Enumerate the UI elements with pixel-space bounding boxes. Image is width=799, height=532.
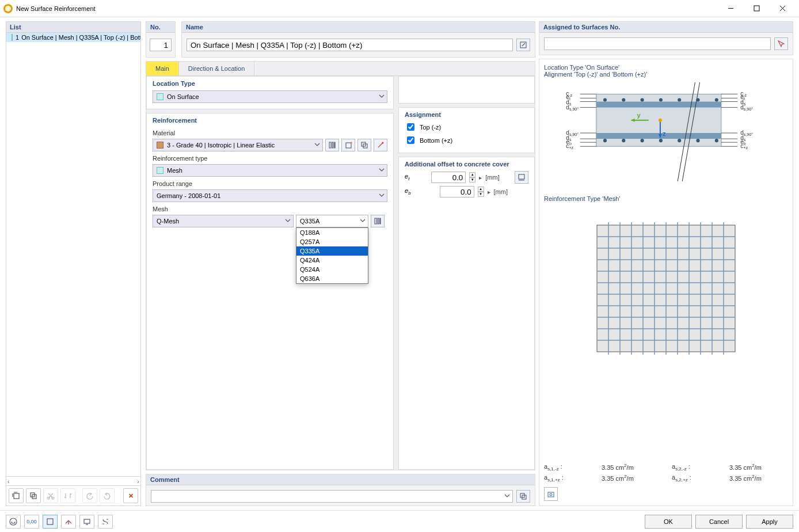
preview1-line1: Location Type 'On Surface' xyxy=(544,64,788,71)
svg-point-27 xyxy=(659,139,663,142)
mesh-option[interactable]: Q257A xyxy=(296,237,368,246)
assigned-panel: Assigned to Surfaces No. xyxy=(539,21,793,55)
mesh-option[interactable]: Q524A xyxy=(296,265,368,274)
footer-units-icon[interactable]: 0,00 xyxy=(24,515,39,529)
svg-text:ds,90°: ds,90° xyxy=(566,104,579,111)
svg-point-23 xyxy=(715,98,718,101)
location-type-dropdown[interactable]: On Surface xyxy=(153,90,387,103)
comment-header: Comment xyxy=(146,474,535,485)
edit-name-icon[interactable] xyxy=(516,39,530,51)
svg-point-89 xyxy=(550,493,552,496)
reinforcement-type-dropdown[interactable]: Mesh xyxy=(153,164,387,177)
library-icon[interactable] xyxy=(325,139,339,151)
svg-rect-11 xyxy=(519,174,524,179)
maximize-button[interactable] xyxy=(744,0,770,17)
material-value: 3 - Grade 40 | Isotropic | Linear Elasti… xyxy=(167,142,275,149)
mesh-label: Mesh xyxy=(147,202,393,214)
mesh-type-icon xyxy=(157,167,163,174)
minimize-button[interactable] xyxy=(718,0,744,17)
titlebar: New Surface Reinforcement xyxy=(0,0,799,17)
footer-extents-icon[interactable] xyxy=(43,515,58,529)
offset-title: Additional offset to concrete cover xyxy=(399,157,534,170)
svg-text:y: y xyxy=(637,112,641,119)
reinforcement-type-label: Reinforcement type xyxy=(147,151,393,163)
top-label: Top (-z) xyxy=(420,124,441,131)
tab-direction[interactable]: Direction & Location xyxy=(179,62,254,75)
eb-input[interactable] xyxy=(440,186,474,197)
footer-display-icon[interactable] xyxy=(79,515,94,529)
list-scrollbar[interactable]: ‹› xyxy=(6,476,140,485)
material-label: Material xyxy=(147,126,393,138)
mesh-shape-value: Q-Mesh xyxy=(157,218,179,225)
edit-material-icon[interactable] xyxy=(374,139,387,151)
comment-dropdown[interactable] xyxy=(151,490,513,503)
duplicate-button[interactable] xyxy=(26,488,41,503)
list-item[interactable]: 1 On Surface | Mesh | Q335A | Top (-z) |… xyxy=(6,33,140,42)
assigned-input[interactable] xyxy=(544,37,771,50)
svg-rect-1 xyxy=(14,493,19,499)
top-checkbox[interactable] xyxy=(407,123,414,131)
delete-button[interactable]: ✕ xyxy=(123,488,138,503)
list-item-text: On Surface | Mesh | Q335A | Top (-z) | B… xyxy=(21,34,140,41)
footer-view-icon[interactable] xyxy=(61,515,76,529)
mesh-grade-dropdown[interactable]: Q335A xyxy=(296,215,368,227)
eb-unit: [mm] xyxy=(494,188,508,195)
sort-button xyxy=(60,488,75,503)
list-body[interactable]: 1 On Surface | Mesh | Q335A | Top (-z) |… xyxy=(6,33,140,476)
eb-spinner[interactable]: ▲▼ xyxy=(478,187,484,197)
eb-stepper-icon[interactable]: ▸ xyxy=(488,189,490,195)
bottom-label: Bottom (+z) xyxy=(420,137,452,144)
product-range-value: Germany - 2008-01-01 xyxy=(157,192,220,199)
close-button[interactable] xyxy=(770,0,796,17)
bottom-checkbox[interactable] xyxy=(407,136,414,144)
footer-script-icon[interactable] xyxy=(98,515,113,529)
mesh-grade-options-popup[interactable]: Q188A Q257A Q335A Q424A Q524A Q636A xyxy=(296,227,368,284)
preview2-title: Reinforcement Type 'Mesh' xyxy=(544,195,788,202)
product-range-dropdown[interactable]: Germany - 2008-01-01 xyxy=(153,189,387,202)
list-item-icon xyxy=(12,34,13,41)
svg-point-20 xyxy=(659,98,663,101)
footer-info-icon[interactable] xyxy=(6,515,21,529)
new-button[interactable] xyxy=(9,488,24,503)
copy-material-icon[interactable] xyxy=(357,139,371,151)
new-material-icon[interactable] xyxy=(341,139,355,151)
svg-point-10 xyxy=(382,142,384,144)
et-input[interactable] xyxy=(431,172,466,183)
eb-symbol: eb xyxy=(405,187,416,196)
cross-section-diagram: y z c-zetdsds,90°ds,90°dsebc+z c-zetdsds… xyxy=(544,80,788,184)
svg-rect-0 xyxy=(754,6,759,11)
et-spinner[interactable]: ▲▼ xyxy=(469,172,475,183)
name-input[interactable] xyxy=(187,39,513,51)
cancel-button[interactable]: Cancel xyxy=(695,515,743,529)
list-header: List xyxy=(6,22,140,33)
reinforcement-section: Reinforcement Material 3 - Grade 40 | Is… xyxy=(146,113,394,470)
ok-button[interactable]: OK xyxy=(645,515,692,529)
material-dropdown[interactable]: 3 - Grade 40 | Isotropic | Linear Elasti… xyxy=(153,139,323,151)
surface-icon xyxy=(157,93,163,100)
svg-rect-15 xyxy=(596,102,721,108)
tab-main[interactable]: Main xyxy=(146,62,179,75)
mesh-option[interactable]: Q335A xyxy=(296,246,368,256)
svg-point-21 xyxy=(678,98,681,101)
svg-text:z: z xyxy=(663,130,666,137)
svg-rect-16 xyxy=(596,133,721,139)
svg-point-29 xyxy=(696,139,699,142)
svg-point-17 xyxy=(603,98,607,101)
et-unit: [mm] xyxy=(485,174,499,181)
svg-text:ds,90°: ds,90° xyxy=(740,104,753,111)
mesh-option[interactable]: Q188A xyxy=(296,228,368,237)
no-input[interactable] xyxy=(150,39,172,51)
et-stepper-icon[interactable]: ▸ xyxy=(479,174,482,181)
apply-button[interactable]: Apply xyxy=(746,515,793,529)
mesh-library-icon[interactable] xyxy=(371,215,385,227)
list-pane: List 1 On Surface | Mesh | Q335A | Top (… xyxy=(6,21,141,506)
comment-copy-icon[interactable] xyxy=(516,490,530,503)
preview-settings-icon[interactable] xyxy=(544,487,558,501)
mesh-shape-dropdown[interactable]: Q-Mesh xyxy=(153,215,294,227)
mesh-option[interactable]: Q424A xyxy=(296,256,368,265)
svg-point-28 xyxy=(678,139,681,142)
footer: 0,00 OK Cancel Apply xyxy=(0,510,799,532)
mesh-option[interactable]: Q636A xyxy=(296,274,368,283)
offset-diagram-icon[interactable] xyxy=(515,171,528,184)
pick-surface-icon[interactable] xyxy=(774,37,788,50)
